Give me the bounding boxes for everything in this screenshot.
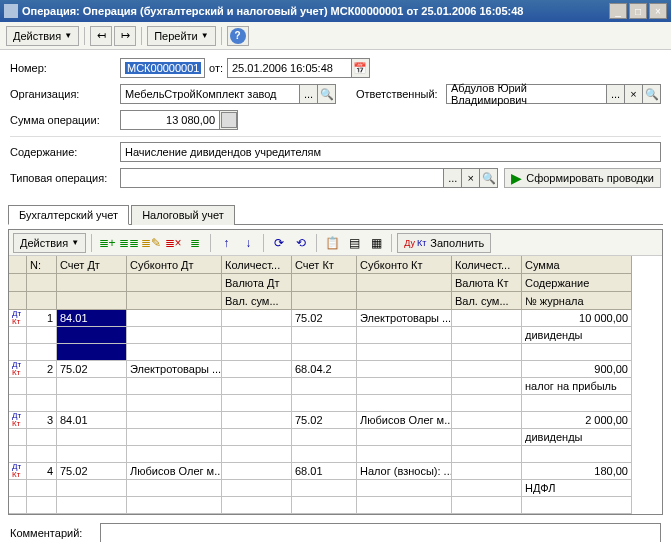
row-indicator[interactable]: ДтКт bbox=[9, 463, 27, 480]
cell-subkonto-dt[interactable] bbox=[127, 310, 222, 327]
col-kolich-dt[interactable]: Количест... bbox=[222, 256, 292, 274]
col-schet-kt[interactable]: Счет Кт bbox=[292, 256, 357, 274]
cell-n[interactable]: 2 bbox=[27, 361, 57, 378]
cell-desc[interactable]: налог на прибыль bbox=[522, 378, 632, 395]
cell-schet-dt[interactable]: 75.02 bbox=[57, 361, 127, 378]
actions-menu[interactable]: Действия▼ bbox=[6, 26, 79, 46]
cell-subkonto-kt[interactable]: Налог (взносы): ... bbox=[357, 463, 452, 480]
cell-kolich-dt[interactable] bbox=[222, 310, 292, 327]
col-soderzh[interactable]: Содержание bbox=[522, 274, 632, 292]
col-valsum-dt[interactable]: Вал. сум... bbox=[222, 292, 292, 310]
resp-open-button[interactable]: 🔍 bbox=[643, 84, 661, 104]
cell-schet-dt[interactable]: 84.01 bbox=[57, 412, 127, 429]
col-subkonto-dt[interactable]: Субконто Дт bbox=[127, 256, 222, 274]
row-indicator[interactable]: ДтКт bbox=[9, 361, 27, 378]
date-picker-button[interactable]: 📅 bbox=[352, 58, 370, 78]
cell-subkonto-dt[interactable]: Электротовары ... bbox=[127, 361, 222, 378]
edit-row-button[interactable]: ≣✎ bbox=[141, 233, 161, 253]
row-indicator[interactable]: ДтКт bbox=[9, 412, 27, 429]
cell-kolich-kt[interactable] bbox=[452, 361, 522, 378]
delete-row-button[interactable]: ≣× bbox=[163, 233, 183, 253]
cell-desc[interactable]: дивиденды bbox=[522, 327, 632, 344]
minimize-button[interactable]: _ bbox=[609, 3, 627, 19]
cell-schet-kt[interactable]: 68.01 bbox=[292, 463, 357, 480]
cell-kolich-kt[interactable] bbox=[452, 463, 522, 480]
comment-field[interactable] bbox=[100, 523, 661, 542]
org-select-button[interactable]: ... bbox=[300, 84, 318, 104]
cell-n[interactable]: 3 bbox=[27, 412, 57, 429]
cell-subkonto-kt[interactable]: Электротовары ... bbox=[357, 310, 452, 327]
help-button[interactable]: ? bbox=[227, 26, 249, 46]
col-n[interactable]: N: bbox=[27, 256, 57, 274]
sum-calc-button[interactable] bbox=[220, 110, 238, 130]
nav-next-button[interactable]: ↦ bbox=[114, 26, 136, 46]
cell-journal[interactable] bbox=[522, 344, 632, 361]
cell-journal[interactable] bbox=[522, 446, 632, 463]
content-field[interactable]: Начисление дивидендов учредителям bbox=[120, 142, 661, 162]
cell-kolich-dt[interactable] bbox=[222, 412, 292, 429]
col-njour[interactable]: № журнала bbox=[522, 292, 632, 310]
resp-field[interactable]: Абдулов Юрий Владимирович bbox=[446, 84, 607, 104]
date-field[interactable]: 25.01.2006 16:05:48 bbox=[227, 58, 352, 78]
cell-schet-kt[interactable]: 68.04.2 bbox=[292, 361, 357, 378]
cell-journal[interactable] bbox=[522, 395, 632, 412]
cell-summa[interactable]: 900,00 bbox=[522, 361, 632, 378]
cell-desc[interactable]: НДФЛ bbox=[522, 480, 632, 497]
tab-accounting[interactable]: Бухгалтерский учет bbox=[8, 205, 129, 225]
column-setup-button[interactable]: ▤ bbox=[344, 233, 364, 253]
col-valuta-kt[interactable]: Валюта Кт bbox=[452, 274, 522, 292]
col-subkonto-kt[interactable]: Субконто Кт bbox=[357, 256, 452, 274]
cell-journal[interactable] bbox=[522, 497, 632, 514]
copy-row-button[interactable]: ≣≣ bbox=[119, 233, 139, 253]
cell-schet-kt[interactable]: 75.02 bbox=[292, 412, 357, 429]
fill-button[interactable]: ДуКтЗаполнить bbox=[397, 233, 491, 253]
cell-n[interactable]: 4 bbox=[27, 463, 57, 480]
row-indicator[interactable]: ДтКт bbox=[9, 310, 27, 327]
col-valsum-kt[interactable]: Вал. сум... bbox=[452, 292, 522, 310]
cell-schet-dt[interactable]: 75.02 bbox=[57, 463, 127, 480]
cell-schet-dt[interactable]: 84.01 bbox=[57, 310, 127, 327]
filter-button[interactable]: 📋 bbox=[322, 233, 342, 253]
resp-select-button[interactable]: ... bbox=[607, 84, 625, 104]
move-down-button[interactable]: ↓ bbox=[238, 233, 258, 253]
resp-clear-button[interactable]: × bbox=[625, 84, 643, 104]
close-button[interactable]: × bbox=[649, 3, 667, 19]
typop-field[interactable] bbox=[120, 168, 444, 188]
cell-subkonto-kt[interactable]: Любисов Олег м... bbox=[357, 412, 452, 429]
cell-subkonto-dt[interactable]: Любисов Олег м... bbox=[127, 463, 222, 480]
typop-select-button[interactable]: ... bbox=[444, 168, 462, 188]
cell-summa[interactable]: 10 000,00 bbox=[522, 310, 632, 327]
cell-summa[interactable]: 180,00 bbox=[522, 463, 632, 480]
add-row-button[interactable]: ≣+ bbox=[97, 233, 117, 253]
typop-clear-button[interactable]: × bbox=[462, 168, 480, 188]
cell-desc[interactable]: дивиденды bbox=[522, 429, 632, 446]
sort-desc-button[interactable]: ⟲ bbox=[291, 233, 311, 253]
typop-open-button[interactable]: 🔍 bbox=[480, 168, 498, 188]
tab-tax[interactable]: Налоговый учет bbox=[131, 205, 235, 225]
maximize-button[interactable]: □ bbox=[629, 3, 647, 19]
output-list-button[interactable]: ▦ bbox=[366, 233, 386, 253]
col-schet-dt[interactable]: Счет Дт bbox=[57, 256, 127, 274]
move-up-button[interactable]: ↑ bbox=[216, 233, 236, 253]
sum-field[interactable]: 13 080,00 bbox=[120, 110, 220, 130]
form-postings-button[interactable]: ▶Сформировать проводки bbox=[504, 168, 661, 188]
sort-asc-button[interactable]: ⟳ bbox=[269, 233, 289, 253]
end-edit-button[interactable]: ≣ bbox=[185, 233, 205, 253]
cell-kolich-dt[interactable] bbox=[222, 361, 292, 378]
cell-schet-kt[interactable]: 75.02 bbox=[292, 310, 357, 327]
nav-prev-button[interactable]: ↤ bbox=[90, 26, 112, 46]
cell-n[interactable]: 1 bbox=[27, 310, 57, 327]
cell-subkonto-dt[interactable] bbox=[127, 412, 222, 429]
goto-menu[interactable]: Перейти▼ bbox=[147, 26, 216, 46]
cell-summa[interactable]: 2 000,00 bbox=[522, 412, 632, 429]
grid-actions-menu[interactable]: Действия▼ bbox=[13, 233, 86, 253]
cell-subkonto-kt[interactable] bbox=[357, 361, 452, 378]
cell-kolich-kt[interactable] bbox=[452, 310, 522, 327]
org-field[interactable]: МебельСтройКомплект завод bbox=[120, 84, 300, 104]
org-open-button[interactable]: 🔍 bbox=[318, 84, 336, 104]
col-summa[interactable]: Сумма bbox=[522, 256, 632, 274]
cell-kolich-kt[interactable] bbox=[452, 412, 522, 429]
col-valuta-dt[interactable]: Валюта Дт bbox=[222, 274, 292, 292]
cell-kolich-dt[interactable] bbox=[222, 463, 292, 480]
number-field[interactable]: МСК00000001 bbox=[120, 58, 205, 78]
